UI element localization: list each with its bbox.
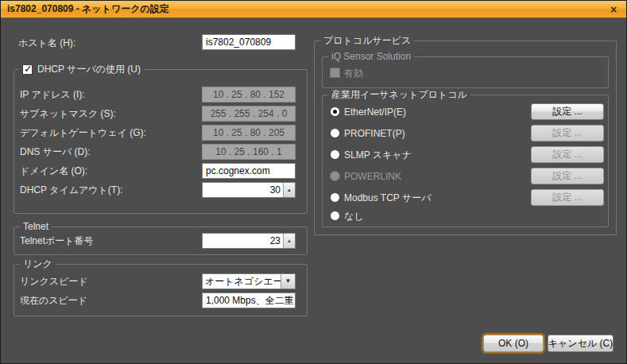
iq-sensor-group: iQ Sensor Solution 有効 <box>322 56 609 88</box>
iq-enable-checkbox <box>330 68 340 78</box>
domain-name-label: ドメイン名 (O): <box>20 165 87 176</box>
link-speed-select[interactable]: オートネゴシエー <box>202 273 296 289</box>
configure-button-powerlink: 設定 ... <box>531 168 604 184</box>
dhcp-timeout-label: DHCP タイムアウト(T): <box>20 184 122 196</box>
protocol-option-label-slmp: SLMP スキャナ <box>344 149 412 161</box>
dhcp-timeout-input[interactable]: 30 <box>202 182 296 198</box>
network-settings-dialog: is7802_070809 - ネットワークの設定 × ホスト名 (H): is… <box>0 0 627 364</box>
link-group-title: リンク <box>20 258 56 269</box>
protocol-option-label-none: なし <box>344 211 364 222</box>
protocol-option-label-modbus: Modbus TCP サーバ <box>344 192 432 203</box>
industrial-protocol-title: 産業用イーサネットプロトコル <box>328 89 470 100</box>
protocol-option-label-ethernet-ip: EtherNet/IP(E) <box>344 106 406 118</box>
host-name-label: ホスト名 (H): <box>18 37 75 48</box>
configure-button-ethernet-ip[interactable]: 設定 ... <box>531 103 604 120</box>
dns-server-label: DNS サーバ (D): <box>20 146 91 157</box>
telnet-port-spinner <box>283 234 295 248</box>
dhcp-enable-label: DHCP サーバの使用 (U) <box>37 64 141 75</box>
radio-powerlink <box>330 171 340 181</box>
domain-name-input[interactable]: pc.cognex.com <box>202 163 296 179</box>
configure-button-slmp: 設定 ... <box>531 146 604 163</box>
protocol-option-label-profinet: PROFINET(P) <box>344 128 405 139</box>
chevron-down-icon[interactable] <box>281 274 295 288</box>
subnet-mask-field: 255 . 255 . 254 . 0 <box>202 106 296 122</box>
close-icon[interactable]: × <box>602 2 625 17</box>
spin-up-icon[interactable] <box>284 183 295 198</box>
protocol-services-title: プロトコルサービス <box>320 35 414 46</box>
telnet-port-label: Telnetポート番号 <box>20 235 94 246</box>
radio-modbus[interactable] <box>330 192 340 203</box>
radio-none[interactable] <box>330 211 340 221</box>
title-bar[interactable]: is7802_070809 - ネットワークの設定 × <box>1 1 626 18</box>
protocol-services-group: プロトコルサービス iQ Sensor Solution 有効 産業用イーサネッ… <box>314 41 617 235</box>
current-speed-label: 現在のスピード <box>20 295 87 306</box>
cancel-button[interactable]: キャンセル (C) <box>548 335 613 352</box>
industrial-protocol-group: 産業用イーサネットプロトコル EtherNet/IP(E) 設定 ... PRO… <box>322 95 609 227</box>
ip-address-field: 10 . 25 . 80 . 152 <box>202 87 296 103</box>
radio-slmp[interactable] <box>330 149 340 160</box>
default-gateway-label: デフォルトゲートウェイ (G): <box>20 127 146 138</box>
configure-button-profinet: 設定 ... <box>531 125 604 141</box>
ip-address-label: IP アドレス (I): <box>20 89 85 100</box>
dialog-body: ホスト名 (H): is7802_070809 DHCP サーバの使用 (U) … <box>1 18 626 363</box>
link-speed-value: オートネゴシエー <box>203 274 281 288</box>
iq-sensor-title: iQ Sensor Solution <box>328 51 414 62</box>
subnet-mask-label: サブネットマスク (S): <box>20 108 116 119</box>
telnet-group: Telnet Telnetポート番号 23 <box>14 227 308 255</box>
radio-profinet[interactable] <box>330 128 340 138</box>
link-speed-label: リンクスピード <box>20 276 88 287</box>
dns-server-field: 10 . 25 . 160 . 1 <box>202 144 296 160</box>
configure-button-modbus: 設定 ... <box>531 189 604 206</box>
default-gateway-field: 10 . 25 . 80 . 205 <box>202 125 296 141</box>
dialog-title: is7802_070809 - ネットワークの設定 <box>7 2 602 16</box>
telnet-port-input[interactable]: 23 <box>202 233 296 249</box>
link-group: リンク リンクスピード オートネゴシエー 現在のスピード 1,000 Mbps、… <box>14 264 308 316</box>
radio-ethernet-ip[interactable] <box>330 106 340 117</box>
host-name-input[interactable]: is7802_070809 <box>202 34 296 50</box>
ok-button[interactable]: OK (O) <box>483 335 544 352</box>
current-speed-field[interactable]: 1,000 Mbps、全二重 <box>202 292 296 308</box>
iq-enable-label: 有効 <box>344 68 363 79</box>
dhcp-enable-row: DHCP サーバの使用 (U) <box>19 64 144 75</box>
telnet-group-title: Telnet <box>20 221 52 232</box>
dhcp-group: DHCP サーバの使用 (U) IP アドレス (I): 10 . 25 . 8… <box>14 69 308 214</box>
dhcp-enable-checkbox[interactable] <box>22 64 33 75</box>
telnet-port-value: 23 <box>203 234 283 248</box>
dhcp-timeout-value: 30 <box>203 183 283 197</box>
spin-up-icon[interactable] <box>284 234 295 249</box>
protocol-option-label-powerlink: POWERLINK <box>344 171 401 182</box>
dhcp-timeout-spinner <box>283 183 295 197</box>
